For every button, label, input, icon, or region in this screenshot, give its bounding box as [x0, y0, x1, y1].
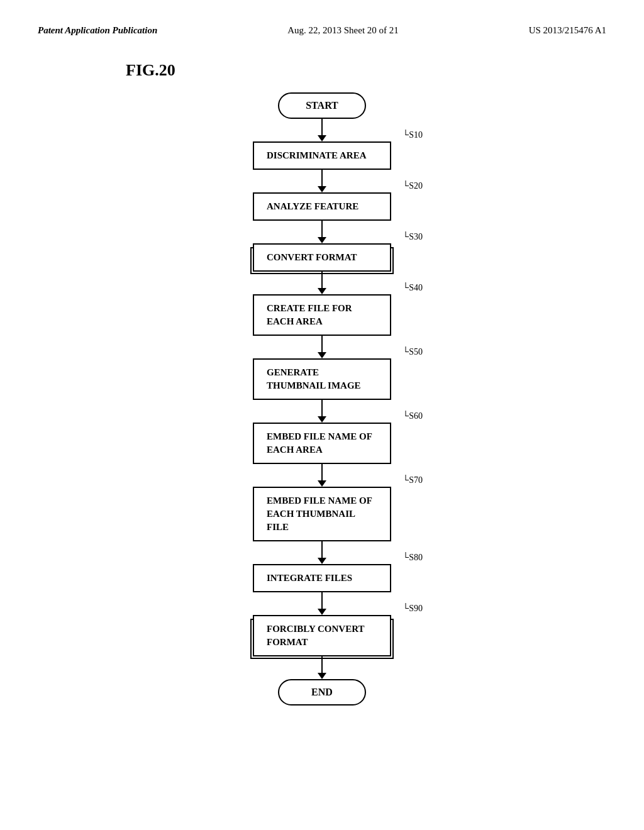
- step-s40-box: CREATE FILE FOR EACH AREA: [253, 294, 391, 336]
- page-content: FIG.20 START DISCRIMINATE AREA └S10 ANAL: [0, 48, 644, 731]
- step-s20-box: ANALYZE FEATURE: [253, 192, 391, 221]
- arrow-line: [321, 119, 323, 136]
- arrow-s30-s40: [253, 272, 391, 294]
- arrow-s80-s90: [253, 592, 391, 615]
- page-header: Patent Application Publication Aug. 22, …: [0, 0, 644, 48]
- step-row-s50: GENERATE THUMBNAIL IMAGE └S50: [253, 358, 391, 400]
- step-s10-text: DISCRIMINATE AREA: [267, 150, 367, 160]
- step-s90-text: FORCIBLY CONVERT FORMAT: [267, 624, 364, 647]
- step-s70-label: └S70: [402, 475, 423, 485]
- step-s80-text: INTEGRATE FILES: [267, 573, 352, 583]
- figure-label: FIG.20: [126, 61, 175, 80]
- step-s80-box: INTEGRATE FILES: [253, 564, 391, 592]
- step-s10-label: └S10: [402, 130, 423, 140]
- arrow-line: [321, 464, 323, 482]
- arrow-head: [318, 673, 326, 679]
- step-row-s20: ANALYZE FEATURE └S20: [253, 192, 391, 221]
- step-s70-box: EMBED FILE NAME OF EACH THUMBNAIL FILE: [253, 487, 391, 541]
- step-s60-label: └S60: [402, 411, 423, 421]
- arrow-line: [321, 541, 323, 559]
- step-s10-notch: └: [402, 130, 409, 140]
- step-row-s70: EMBED FILE NAME OF EACH THUMBNAIL FILE └…: [253, 487, 391, 541]
- step-s50-text: GENERATE THUMBNAIL IMAGE: [267, 367, 361, 390]
- step-row-s90: FORCIBLY CONVERT FORMAT └S90: [253, 615, 391, 656]
- step-s40-text: CREATE FILE FOR EACH AREA: [267, 303, 352, 326]
- step-s90-box: FORCIBLY CONVERT FORMAT: [253, 615, 391, 656]
- arrow-start-s10: [253, 119, 391, 141]
- arrow-line: [321, 336, 323, 353]
- step-s90-label: └S90: [402, 604, 423, 614]
- arrow-head: [318, 609, 326, 615]
- arrow-line: [321, 170, 323, 187]
- arrow-line: [321, 656, 323, 674]
- step-s60-box: EMBED FILE NAME OF EACH AREA: [253, 423, 391, 464]
- step-row-s10: DISCRIMINATE AREA └S10: [253, 141, 391, 170]
- end-node: END: [278, 679, 366, 706]
- arrow-s10-s20: [253, 170, 391, 192]
- header-patent-number: US 2013/215476 A1: [529, 25, 606, 36]
- arrow-head: [318, 135, 326, 141]
- arrow-head: [318, 237, 326, 243]
- step-s70-text: EMBED FILE NAME OF EACH THUMBNAIL FILE: [267, 495, 372, 532]
- arrow-s20-s30: [253, 221, 391, 243]
- arrow-line: [321, 400, 323, 418]
- arrow-s90-end: [253, 656, 391, 679]
- arrow-head: [318, 352, 326, 358]
- arrow-line: [321, 272, 323, 289]
- step-s40-label: └S40: [402, 283, 423, 293]
- step-row-s80: INTEGRATE FILES └S80: [253, 564, 391, 592]
- step-s80-label: └S80: [402, 553, 423, 563]
- arrow-head: [318, 416, 326, 423]
- step-s10-box: DISCRIMINATE AREA: [253, 141, 391, 170]
- arrow-s50-s60: [253, 400, 391, 423]
- arrow-head: [318, 480, 326, 487]
- step-s30-box: CONVERT FORMAT: [253, 243, 391, 272]
- step-s50-label: └S50: [402, 347, 423, 357]
- header-publication-type: Patent Application Publication: [38, 25, 157, 36]
- arrow-head: [318, 186, 326, 192]
- step-s50-box: GENERATE THUMBNAIL IMAGE: [253, 358, 391, 400]
- arrow-line: [321, 592, 323, 610]
- arrow-line: [321, 221, 323, 238]
- arrow-s60-s70: [253, 464, 391, 487]
- flowchart: START DISCRIMINATE AREA └S10 ANALYZE FEA…: [253, 92, 391, 706]
- header-date-sheet: Aug. 22, 2013 Sheet 20 of 21: [287, 25, 399, 36]
- arrow-head: [318, 288, 326, 294]
- arrow-s40-s50: [253, 336, 391, 358]
- start-node: START: [278, 92, 366, 119]
- step-row-s60: EMBED FILE NAME OF EACH AREA └S60: [253, 423, 391, 464]
- arrow-s70-s80: [253, 541, 391, 564]
- step-row-s40: CREATE FILE FOR EACH AREA └S40: [253, 294, 391, 336]
- step-s20-label: └S20: [402, 181, 423, 191]
- step-s20-text: ANALYZE FEATURE: [267, 201, 358, 211]
- step-s30-text: CONVERT FORMAT: [267, 252, 357, 262]
- step-s30-label: └S30: [402, 232, 423, 242]
- step-s60-text: EMBED FILE NAME OF EACH AREA: [267, 431, 372, 455]
- arrow-head: [318, 558, 326, 564]
- step-row-s30: CONVERT FORMAT └S30: [253, 243, 391, 272]
